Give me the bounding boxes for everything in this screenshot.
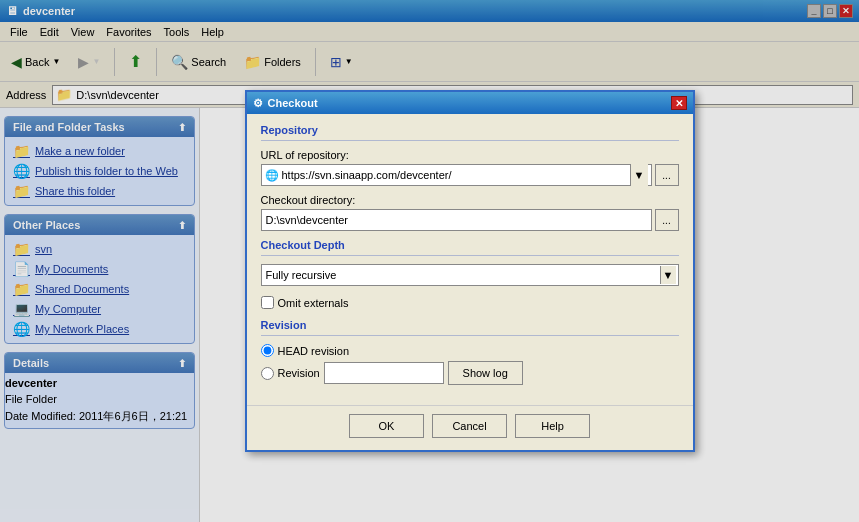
dialog-footer: OK Cancel Help [247, 405, 693, 450]
omit-externals-row: Omit externals [261, 296, 679, 309]
url-browse-button[interactable]: ... [655, 164, 679, 186]
depth-label: Checkout Depth [261, 239, 679, 251]
repository-divider [261, 140, 679, 141]
revision-divider [261, 335, 679, 336]
ok-button[interactable]: OK [349, 414, 424, 438]
revision-label: Revision [261, 319, 679, 331]
help-button[interactable]: Help [515, 414, 590, 438]
checkout-dir-input[interactable] [261, 209, 652, 231]
revision-text-label: Revision [278, 367, 320, 379]
depth-section: Checkout Depth Fully recursiveImmediate … [261, 239, 679, 286]
dialog-close-button[interactable]: ✕ [671, 96, 687, 110]
checkout-dir-browse-button[interactable]: ... [655, 209, 679, 231]
cancel-button[interactable]: Cancel [432, 414, 507, 438]
omit-externals-checkbox[interactable] [261, 296, 274, 309]
dialog-icon: ⚙ [253, 97, 263, 110]
revision-row: Revision Show log [261, 361, 679, 385]
depth-select[interactable]: Fully recursiveImmediate childrenOnly th… [262, 265, 678, 285]
depth-select-row: Fully recursiveImmediate childrenOnly th… [261, 264, 679, 286]
checkout-dialog: ⚙ Checkout ✕ Repository URL of repositor… [245, 90, 695, 452]
omit-externals-label: Omit externals [278, 297, 349, 309]
head-revision-row: HEAD revision [261, 344, 679, 357]
checkout-dir-label: Checkout directory: [261, 194, 679, 206]
head-revision-radio[interactable] [261, 344, 274, 357]
dialog-titlebar: ⚙ Checkout ✕ [247, 92, 693, 114]
depth-select-wrapper: Fully recursiveImmediate childrenOnly th… [261, 264, 679, 286]
url-row: 🌐 ▼ ... [261, 164, 679, 186]
revision-radio[interactable] [261, 367, 274, 380]
head-revision-label: HEAD revision [278, 345, 350, 357]
url-dropdown-button[interactable]: ▼ [630, 164, 648, 186]
dialog-body: Repository URL of repository: 🌐 ▼ ... Ch… [247, 114, 693, 405]
revision-input[interactable] [324, 362, 444, 384]
url-input-container: 🌐 ▼ [261, 164, 652, 186]
dialog-overlay: ⚙ Checkout ✕ Repository URL of repositor… [0, 0, 859, 522]
dialog-title: Checkout [268, 97, 671, 109]
repository-label: Repository [261, 124, 679, 136]
url-input[interactable] [282, 169, 630, 181]
show-log-button[interactable]: Show log [448, 361, 523, 385]
url-icon: 🌐 [265, 169, 279, 182]
checkout-dir-row: ... [261, 209, 679, 231]
repository-section: Repository URL of repository: 🌐 ▼ ... Ch… [261, 124, 679, 231]
revision-section: Revision HEAD revision Revision Show log [261, 319, 679, 385]
url-label: URL of repository: [261, 149, 679, 161]
depth-divider [261, 255, 679, 256]
